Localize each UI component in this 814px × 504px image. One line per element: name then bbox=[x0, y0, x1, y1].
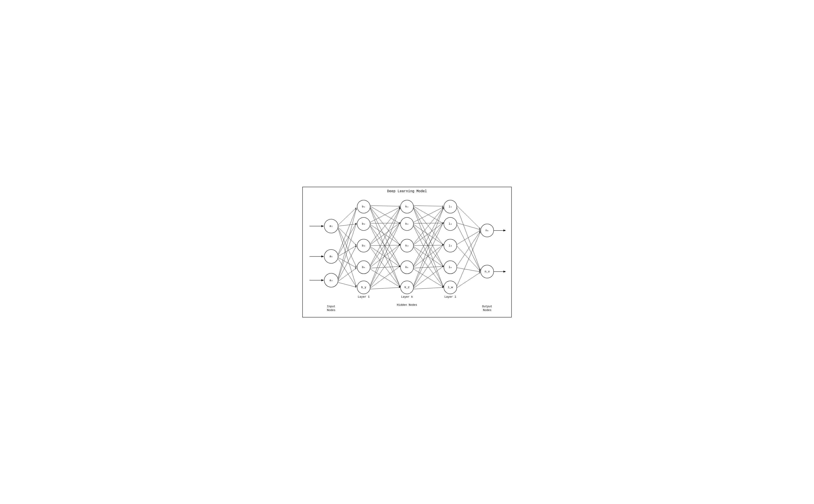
svg-line-24 bbox=[370, 224, 400, 244]
svg-line-10 bbox=[338, 257, 356, 268]
label-by: b_y bbox=[361, 286, 366, 289]
label-lk: lₖ bbox=[449, 266, 452, 269]
label-b2: b₂ bbox=[362, 222, 366, 226]
svg-line-73 bbox=[457, 224, 480, 270]
label-nk: nₖ bbox=[485, 229, 489, 232]
svg-line-21 bbox=[370, 208, 400, 287]
svg-line-15 bbox=[338, 268, 356, 281]
svg-line-18 bbox=[370, 206, 400, 223]
diagram-container: Deep Learning Model a₁ aₖ aₓ bbox=[302, 187, 512, 317]
label-b3: b₃ bbox=[362, 244, 366, 247]
svg-line-26 bbox=[370, 226, 400, 286]
layerl-label: Layer l bbox=[444, 295, 456, 298]
label-ax: aₓ bbox=[330, 278, 333, 282]
layer1-label: Layer 1 bbox=[358, 295, 370, 298]
svg-line-61 bbox=[414, 269, 443, 287]
input-nodes-label: Input bbox=[327, 305, 336, 308]
label-k2: k₂ bbox=[405, 222, 409, 226]
svg-line-42 bbox=[414, 205, 443, 206]
svg-line-41 bbox=[370, 287, 400, 289]
svg-line-29 bbox=[370, 245, 400, 246]
svg-line-54 bbox=[414, 245, 443, 246]
svg-line-16 bbox=[338, 282, 356, 287]
svg-line-72 bbox=[457, 207, 480, 270]
label-kz: k_z bbox=[404, 286, 409, 289]
svg-line-17 bbox=[370, 205, 400, 206]
svg-line-12 bbox=[338, 209, 356, 278]
svg-line-75 bbox=[457, 268, 480, 272]
svg-line-67 bbox=[457, 205, 480, 229]
label-kk: kₖ bbox=[405, 266, 409, 269]
input-nodes-label2: Nodes bbox=[327, 309, 336, 312]
svg-line-44 bbox=[414, 207, 443, 245]
svg-line-11 bbox=[338, 258, 356, 287]
label-b1: b₁ bbox=[362, 205, 366, 208]
svg-line-74 bbox=[457, 246, 480, 271]
svg-line-40 bbox=[370, 266, 400, 288]
label-l3: l₃ bbox=[449, 244, 452, 247]
svg-line-76 bbox=[457, 272, 480, 288]
svg-line-66 bbox=[414, 287, 443, 289]
output-nodes-label2: Nodes bbox=[483, 309, 491, 312]
label-lw: l_w bbox=[448, 286, 453, 289]
svg-line-62 bbox=[414, 208, 443, 286]
label-a1: a₁ bbox=[330, 224, 333, 228]
svg-line-38 bbox=[370, 222, 400, 286]
svg-line-35 bbox=[370, 266, 400, 268]
hidden-nodes-label: Hidden Nodes bbox=[397, 303, 417, 307]
svg-line-6 bbox=[338, 229, 356, 286]
label-k1: k₁ bbox=[405, 205, 409, 208]
svg-line-71 bbox=[457, 232, 480, 286]
svg-line-58 bbox=[414, 222, 443, 266]
svg-line-50 bbox=[414, 225, 443, 266]
svg-line-3 bbox=[338, 224, 356, 226]
layerk-label: Layer k bbox=[401, 295, 413, 298]
svg-line-43 bbox=[414, 206, 443, 223]
svg-line-25 bbox=[370, 225, 400, 266]
svg-line-19 bbox=[370, 207, 400, 245]
label-l1: l₁ bbox=[449, 205, 452, 208]
svg-line-60 bbox=[414, 266, 443, 268]
svg-line-70 bbox=[457, 231, 480, 266]
svg-line-65 bbox=[414, 266, 443, 288]
svg-line-37 bbox=[370, 208, 400, 286]
label-bk: bₖ bbox=[362, 266, 366, 269]
svg-line-46 bbox=[414, 208, 443, 287]
svg-line-2 bbox=[338, 208, 356, 225]
svg-line-68 bbox=[457, 223, 480, 229]
svg-line-8 bbox=[338, 223, 356, 255]
svg-line-69 bbox=[457, 230, 480, 244]
svg-line-63 bbox=[414, 222, 443, 286]
label-l2: l₂ bbox=[449, 222, 452, 226]
svg-line-51 bbox=[414, 226, 443, 286]
svg-line-33 bbox=[370, 222, 400, 266]
label-ak: aₖ bbox=[330, 255, 333, 258]
label-nv: n_v bbox=[485, 270, 490, 273]
svg-line-36 bbox=[370, 269, 400, 287]
output-nodes-label: Output bbox=[482, 305, 492, 308]
svg-line-4 bbox=[338, 227, 356, 245]
label-k3: k₃ bbox=[405, 244, 409, 247]
svg-line-49 bbox=[414, 224, 443, 244]
